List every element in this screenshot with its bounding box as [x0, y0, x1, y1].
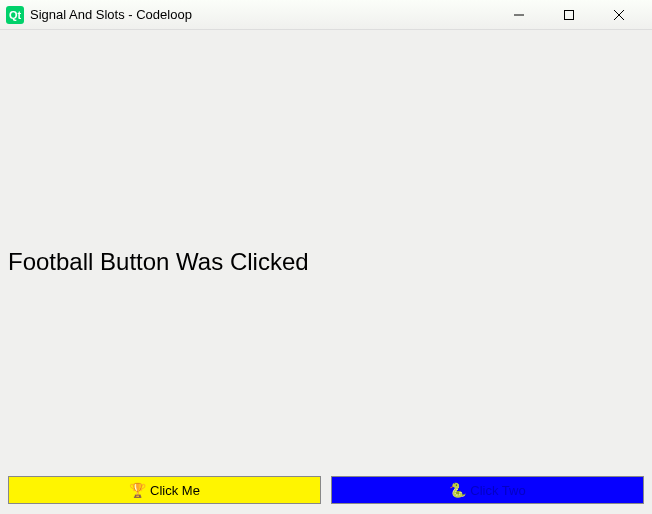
svg-rect-1	[565, 10, 574, 19]
minimize-button[interactable]	[506, 2, 532, 28]
window-controls	[506, 2, 632, 28]
maximize-button[interactable]	[556, 2, 582, 28]
close-button[interactable]	[606, 2, 632, 28]
status-label: Football Button Was Clicked	[8, 248, 309, 276]
click-two-button[interactable]: 🐍 Click Two	[331, 476, 644, 504]
button-row: 🏆 Click Me 🐍 Click Two	[8, 476, 644, 504]
button-label: Click Me	[150, 483, 200, 498]
trophy-icon: 🏆	[129, 482, 146, 498]
window-title: Signal And Slots - Codeloop	[30, 7, 506, 22]
click-me-button[interactable]: 🏆 Click Me	[8, 476, 321, 504]
button-label: Click Two	[470, 483, 525, 498]
qt-app-icon: Qt	[6, 6, 24, 24]
title-bar: Qt Signal And Slots - Codeloop	[0, 0, 652, 30]
window-content: Football Button Was Clicked 🏆 Click Me 🐍…	[0, 30, 652, 514]
python-icon: 🐍	[449, 482, 466, 498]
